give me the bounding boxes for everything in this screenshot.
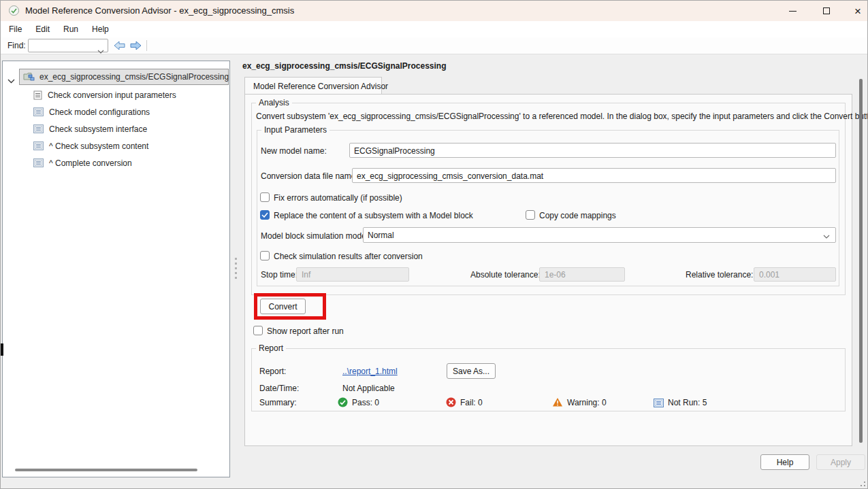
absolute-tolerance-field xyxy=(539,267,625,282)
menu-bar: File Edit Run Help xyxy=(1,21,868,37)
pass-count: Pass: 0 xyxy=(352,398,379,407)
simulation-mode-value: Normal xyxy=(368,231,394,240)
chevron-down-icon[interactable] xyxy=(97,44,104,56)
fix-errors-checkbox[interactable] xyxy=(260,192,270,202)
tree-root-row[interactable]: ex_ecg_sigprocessing_cmsis/ECGSignalProc… xyxy=(3,69,229,85)
check-tree-panel: ex_ecg_sigprocessing_cmsis/ECGSignalProc… xyxy=(2,61,230,477)
tree-item-check-subsystem-interface[interactable]: Check subsystem interface xyxy=(3,120,229,137)
tree-horizontal-scrollbar[interactable] xyxy=(15,469,197,471)
arrow-right-icon xyxy=(130,41,142,50)
tab-label: Model Reference Conversion Advisor xyxy=(253,82,388,91)
close-button[interactable]: × xyxy=(842,1,868,21)
list-report-icon xyxy=(33,158,44,167)
find-previous-button[interactable] xyxy=(112,39,127,52)
datetime-value: Not Applicable xyxy=(342,384,395,393)
pass-icon xyxy=(338,397,348,410)
save-as-button[interactable]: Save As... xyxy=(447,363,496,379)
tree-item-complete-conversion[interactable]: ^ Complete conversion xyxy=(3,154,229,171)
chevron-down-icon xyxy=(823,229,830,241)
selected-node-title: ex_ecg_sigprocessing_cmsis/ECGSignalProc… xyxy=(242,61,446,71)
list-report-icon xyxy=(33,141,44,150)
model-reference-conversion-advisor-window: Model Reference Conversion Advisor - ex_… xyxy=(0,0,868,489)
document-icon xyxy=(33,90,42,100)
menu-edit[interactable]: Edit xyxy=(29,22,57,36)
tab-model-reference-conversion-advisor[interactable]: Model Reference Conversion Advisor xyxy=(244,77,382,95)
warning-icon xyxy=(552,397,563,410)
relative-tolerance-input xyxy=(758,269,835,281)
tree-item-check-subsystem-content[interactable]: ^ Check subsystem content xyxy=(3,137,229,154)
tree-item-label: ^ Complete conversion xyxy=(49,158,132,168)
maximize-icon xyxy=(823,7,830,14)
tree-item-label: Check subsystem interface xyxy=(49,124,147,134)
simulation-mode-label: Model block simulation mode: xyxy=(261,231,368,241)
fix-errors-label: Fix errors automatically (if possible) xyxy=(274,193,402,203)
replace-content-label: Replace the content of a subsystem with … xyxy=(274,211,473,220)
relative-tolerance-field xyxy=(754,267,836,282)
analysis-description: Convert subsystem 'ex_ecg_sigprocessing_… xyxy=(256,112,868,121)
summary-label: Summary: xyxy=(259,398,297,407)
minimize-button[interactable] xyxy=(777,1,808,21)
apply-button[interactable]: Apply xyxy=(816,454,865,470)
window-title: Model Reference Conversion Advisor - ex_… xyxy=(25,1,294,21)
stop-time-field xyxy=(296,267,409,282)
help-button-label: Help xyxy=(777,458,794,467)
screen-edge-artifact xyxy=(1,343,3,356)
tree-expander-chevron-down-icon[interactable] xyxy=(7,74,15,86)
copy-code-mappings-label: Copy code mappings xyxy=(539,211,616,220)
apply-button-label: Apply xyxy=(831,458,851,467)
report-group-label: Report xyxy=(256,343,286,353)
vertical-scrollbar[interactable] xyxy=(859,79,863,443)
new-model-name-input[interactable] xyxy=(353,144,835,157)
new-model-name-field[interactable] xyxy=(349,143,836,158)
simulation-mode-select[interactable]: Normal xyxy=(363,227,836,243)
not-run-icon xyxy=(654,398,664,410)
tree-item-label: Check conversion input parameters xyxy=(48,90,176,100)
replace-content-checkbox[interactable] xyxy=(260,210,270,220)
stop-time-input xyxy=(300,269,408,281)
report-link[interactable]: ..\report_1.html xyxy=(342,367,398,376)
check-icon xyxy=(261,212,268,218)
check-simulation-results-label: Check simulation results after conversio… xyxy=(274,252,423,261)
find-next-button[interactable] xyxy=(128,39,143,52)
find-combobox[interactable] xyxy=(28,39,108,52)
not-run-count: Not Run: 5 xyxy=(668,398,707,407)
datetime-label: Date/Time: xyxy=(259,384,299,393)
find-input[interactable] xyxy=(30,40,98,52)
absolute-tolerance-input xyxy=(543,269,624,281)
toolbar-separator xyxy=(146,40,147,51)
minimize-icon xyxy=(789,11,797,12)
stop-time-label: Stop time: xyxy=(261,270,298,280)
check-simulation-results-checkbox[interactable] xyxy=(260,251,270,260)
advisor-check-icon xyxy=(9,5,19,16)
input-parameters-group-label: Input Parameters xyxy=(261,125,329,135)
window-resize-grip[interactable] xyxy=(857,478,867,488)
list-report-icon xyxy=(33,107,44,116)
fail-icon xyxy=(446,397,456,410)
report-row-label: Report: xyxy=(259,367,286,376)
close-icon: × xyxy=(854,5,861,17)
list-report-icon xyxy=(33,124,44,133)
copy-code-mappings-checkbox[interactable] xyxy=(526,210,535,220)
menu-file[interactable]: File xyxy=(2,22,29,36)
show-report-label: Show report after run xyxy=(267,326,344,336)
tree-root-label: ex_ecg_sigprocessing_cmsis/ECGSignalProc… xyxy=(39,72,229,82)
tree-item-check-model-configurations[interactable]: Check model configurations xyxy=(3,103,229,120)
tree-item-check-conversion-input-parameters[interactable]: Check conversion input parameters xyxy=(3,86,229,103)
analysis-group-label: Analysis xyxy=(256,98,292,107)
arrow-left-icon xyxy=(114,41,125,50)
maximize-button[interactable] xyxy=(811,1,842,21)
title-bar: Model Reference Conversion Advisor - ex_… xyxy=(1,1,868,21)
new-model-name-label: New model name: xyxy=(261,146,327,156)
find-label: Find: xyxy=(7,41,26,50)
tree-item-label: ^ Check subsystem content xyxy=(49,141,148,151)
help-button[interactable]: Help xyxy=(760,454,809,470)
convert-button[interactable]: Convert xyxy=(260,299,306,314)
show-report-checkbox[interactable] xyxy=(253,326,263,335)
panel-splitter-handle[interactable] xyxy=(232,255,239,280)
conversion-data-file-input[interactable] xyxy=(355,169,835,182)
menu-run[interactable]: Run xyxy=(57,22,85,36)
tree-root-selection[interactable]: ex_ecg_sigprocessing_cmsis/ECGSignalProc… xyxy=(19,69,229,85)
menu-help[interactable]: Help xyxy=(85,22,116,36)
fail-count: Fail: 0 xyxy=(460,398,483,407)
conversion-data-file-field[interactable] xyxy=(352,168,836,183)
